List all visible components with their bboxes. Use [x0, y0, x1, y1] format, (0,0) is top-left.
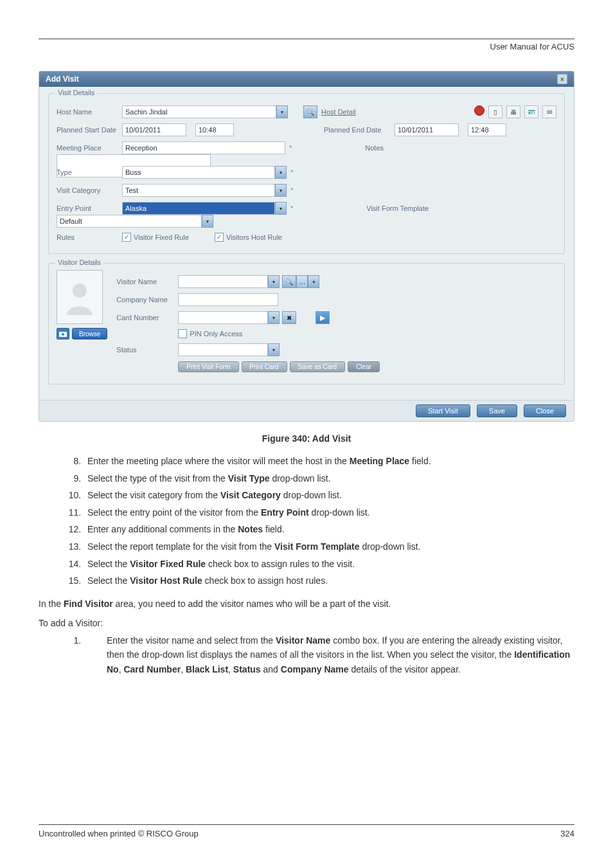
step-11: Select the entry point of the visitor fr…	[84, 504, 574, 521]
chevron-down-icon[interactable]: ▾	[275, 166, 287, 179]
planned-start-time[interactable]	[195, 123, 234, 136]
step-12: Enter any additional comments in the Not…	[84, 521, 574, 538]
status-label: Status	[116, 346, 178, 354]
company-name-label: Company Name	[116, 296, 178, 303]
browse-button[interactable]: Browse	[72, 328, 107, 339]
instruction-steps: Enter the meeting place where the visito…	[84, 453, 574, 590]
visit-details-legend: Visit Details	[55, 89, 97, 96]
visitor-details-legend: Visitor Details	[55, 258, 103, 266]
planned-start-label: Planned Start Date	[57, 126, 122, 134]
chevron-down-icon[interactable]: ▾	[202, 215, 213, 228]
info-icon[interactable]: …	[296, 275, 308, 288]
visit-details-group: Visit Details Host Name ▾ 🔍 Host Detail …	[48, 93, 565, 254]
clear-button[interactable]: Clear	[348, 361, 380, 372]
chevron-down-icon[interactable]: ▾	[268, 275, 280, 288]
planned-end-label: Planned End Date	[324, 126, 395, 134]
id-card-icon[interactable]: 🪪	[524, 105, 538, 118]
host-name-label: Host Name	[57, 108, 122, 116]
search-icon[interactable]: 🔍	[282, 275, 296, 288]
chevron-down-icon[interactable]: ▾	[275, 184, 287, 197]
close-button[interactable]: Close	[524, 404, 566, 417]
step-13: Select the report template for the visit…	[84, 538, 574, 556]
visitor-fixed-rule-label: Visitor Fixed Rule	[134, 233, 189, 241]
substeps: Enter the visitor name and select from t…	[84, 633, 574, 676]
clear-card-icon[interactable]: ✖	[282, 311, 296, 324]
svg-point-0	[73, 284, 87, 298]
find-visitor-intro: In the Find Visitor area, you need to ad…	[39, 599, 574, 609]
doc-title: User Manual for ACUS	[39, 42, 574, 51]
status-red-icon	[474, 105, 484, 116]
planned-start-date[interactable]	[122, 123, 186, 136]
mail-icon[interactable]: ✉	[542, 105, 556, 118]
start-visit-button[interactable]: Start Visit	[416, 404, 470, 417]
chevron-down-icon[interactable]: ▾	[275, 202, 287, 215]
footer-left: Uncontrolled when printed © RISCO Group	[39, 829, 199, 838]
step-14: Select the Visitor Fixed Rule check box …	[84, 556, 574, 573]
pin-only-checkbox[interactable]: PIN Only Access	[178, 329, 242, 338]
add-icon[interactable]: +	[308, 275, 319, 288]
to-add-visitor-heading: To add a Visitor:	[39, 618, 574, 628]
step-10: Select the visit category from the Visit…	[84, 487, 574, 504]
meeting-place-input[interactable]	[122, 141, 285, 154]
substep-1: Enter the visitor name and select from t…	[84, 633, 574, 676]
chevron-down-icon[interactable]: ▾	[276, 105, 288, 118]
entry-point-label: Entry Point	[57, 204, 122, 212]
type-label: Type	[57, 168, 122, 176]
visitor-fixed-rule-checkbox[interactable]: ✓ Visitor Fixed Rule	[122, 233, 189, 242]
planned-end-date[interactable]	[395, 123, 459, 136]
company-name-input[interactable]	[178, 293, 278, 306]
close-icon[interactable]: ×	[557, 74, 567, 84]
save-button[interactable]: Save	[477, 404, 517, 417]
template-label: Visit Form Template	[366, 204, 437, 212]
visitors-host-rule-label: Visitors Host Rule	[226, 233, 282, 241]
pin-only-label: PIN Only Access	[190, 330, 242, 338]
page-icon[interactable]: ▯	[488, 105, 502, 118]
notes-label: Notes	[365, 144, 436, 152]
camera-icon[interactable]	[57, 328, 69, 339]
step-9: Select the type of the visit from the Vi…	[84, 470, 574, 487]
move-right-icon[interactable]: ▶	[315, 311, 330, 324]
save-card-button[interactable]: Save as Card	[290, 361, 346, 372]
status-select[interactable]	[178, 343, 268, 356]
planned-end-time[interactable]	[468, 123, 506, 136]
toolbar-icons: ▯ 🖶 🪪 ✉	[474, 105, 556, 118]
type-select[interactable]	[122, 166, 275, 179]
template-select[interactable]	[57, 215, 202, 228]
window-title: Add Visit	[46, 75, 79, 84]
print-visit-form-button[interactable]: Print Visit Form	[178, 361, 238, 372]
host-detail-link[interactable]: Host Detail	[321, 108, 356, 116]
card-number-input[interactable]	[178, 311, 268, 324]
search-icon[interactable]: 🔍	[303, 105, 317, 118]
visitors-host-rule-checkbox[interactable]: ✓ Visitors Host Rule	[215, 233, 282, 242]
visitor-name-input[interactable]	[178, 275, 268, 288]
print-card-button[interactable]: Print Card	[242, 361, 287, 372]
visit-category-label: Visit Category	[57, 186, 122, 194]
figure-caption: Figure 340: Add Visit	[39, 433, 574, 444]
print-icon[interactable]: 🖶	[506, 105, 520, 118]
chevron-down-icon[interactable]: ▾	[268, 311, 280, 324]
chevron-down-icon[interactable]: ▾	[268, 343, 280, 356]
page-number: 324	[560, 829, 574, 838]
svg-point-2	[62, 333, 64, 336]
add-visit-window: Add Visit × Visit Details Host Name ▾ 🔍 …	[39, 71, 574, 422]
step-8: Enter the meeting place where the visito…	[84, 453, 574, 470]
card-number-label: Card Number	[116, 314, 178, 321]
visitor-details-group: Visitor Details Browse	[48, 263, 565, 384]
meeting-place-label: Meeting Place	[57, 144, 122, 152]
entry-point-select[interactable]	[122, 202, 275, 215]
step-15: Select the Visitor Host Rule check box t…	[84, 572, 574, 590]
rules-label: Rules	[57, 233, 122, 241]
visitor-name-label: Visitor Name	[116, 278, 178, 285]
visitor-photo-placeholder	[57, 270, 103, 324]
visit-category-select[interactable]	[122, 184, 275, 197]
host-name-input[interactable]	[122, 105, 276, 118]
